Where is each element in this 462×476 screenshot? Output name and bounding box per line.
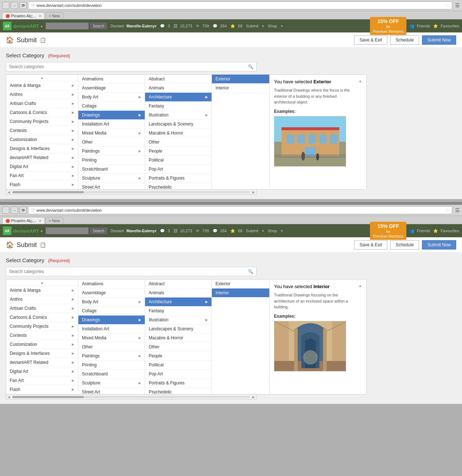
- sub-collage-2[interactable]: Collage: [78, 307, 145, 316]
- cat-cartoons-comics-2[interactable]: Cartoons & Comics▶: [6, 313, 78, 322]
- da-favourites-1[interactable]: ⭐ Favourites: [433, 24, 459, 28]
- da-shop-nav-1[interactable]: Shop: [268, 24, 277, 28]
- forward-button-2[interactable]: →: [11, 207, 18, 214]
- tab-2[interactable]: 🔴 Picaeiro Alç;... ✕: [2, 217, 45, 224]
- da-search-button-2[interactable]: Search: [90, 227, 108, 234]
- sub-mixed-media-2[interactable]: Mixed Media▶: [78, 334, 145, 343]
- submit-now-button-2[interactable]: Submit Now: [422, 240, 456, 250]
- cat-customization-2[interactable]: Customization▶: [6, 340, 78, 349]
- third-architecture-2[interactable]: Architecture▶: [145, 298, 212, 307]
- third-fantasy-2[interactable]: Fantasy: [145, 307, 212, 316]
- third-illustration-2[interactable]: Illustration▶: [145, 316, 212, 325]
- category-search-input-1[interactable]: [6, 62, 245, 71]
- da-stat-comments-1[interactable]: 💬 264: [213, 24, 227, 28]
- bookmark-icon-1[interactable]: ☆: [445, 3, 450, 8]
- save-exit-button-1[interactable]: Save & Exit: [354, 35, 387, 45]
- final-interior-1[interactable]: Interior: [212, 84, 269, 93]
- cat-artisan-crafts-1[interactable]: Artisan Crafts▶: [6, 99, 78, 108]
- third-abstract-1[interactable]: Abstract: [145, 75, 212, 84]
- sub-street-art-1[interactable]: Street Art: [78, 183, 145, 189]
- third-political-1[interactable]: Political: [145, 156, 212, 165]
- sub-printing-1[interactable]: Printing: [78, 156, 145, 165]
- cat-customization-1[interactable]: Customization▶: [6, 135, 78, 144]
- third-other-1[interactable]: Other: [145, 138, 212, 147]
- third-animals-1[interactable]: Animals: [145, 84, 212, 93]
- da-search-button-1[interactable]: Search: [90, 22, 108, 30]
- da-stat-watches-1[interactable]: 👁 739: [196, 24, 209, 28]
- third-psychedelic-2[interactable]: Psychedelic: [145, 388, 212, 394]
- col-sub-1[interactable]: Animations Assemblage Body Art▶ Collage …: [78, 75, 145, 189]
- refresh-button-1[interactable]: ⟳: [19, 2, 27, 9]
- da-friends-2[interactable]: 👥 Friends: [409, 229, 430, 233]
- sub-drawings-1[interactable]: Drawings▶: [78, 111, 145, 120]
- sub-animations-1[interactable]: Animations: [78, 75, 145, 84]
- third-macabre-horror-1[interactable]: Macabre & Horror: [145, 129, 212, 138]
- cat-anime-manga-2[interactable]: Anime & Manga▶: [6, 286, 78, 295]
- da-submit-nav-1[interactable]: Submit: [246, 24, 258, 28]
- cat-anthro-1[interactable]: Anthro▶: [6, 90, 78, 99]
- menu-icon-2[interactable]: ☰: [455, 207, 460, 213]
- sub-collage-1[interactable]: Collage: [78, 102, 145, 111]
- sub-body-art-1[interactable]: Body Art▶: [78, 93, 145, 102]
- third-pop-art-2[interactable]: Pop Art: [145, 370, 212, 379]
- da-stat-pageviews-1[interactable]: 🖼 10,273: [174, 24, 192, 28]
- cat-community-projects-2[interactable]: Community Projects▶: [6, 322, 78, 331]
- schedule-button-2[interactable]: Schedule: [390, 240, 419, 250]
- sub-other-2[interactable]: Other: [78, 343, 145, 352]
- da-stat-messages-2[interactable]: 💬 3: [160, 229, 170, 233]
- back-button-2[interactable]: ←: [2, 207, 9, 214]
- da-stat-pageviews-2[interactable]: 🖼 10,273: [174, 229, 192, 233]
- sub-mixed-media-1[interactable]: Mixed Media▶: [78, 129, 145, 138]
- cat-designs-interfaces-2[interactable]: Designs & Interfaces▶: [6, 349, 78, 358]
- cat-contests-2[interactable]: Contests▶: [6, 331, 78, 340]
- col-nav-scroll-up-2[interactable]: ▲: [6, 279, 78, 286]
- third-illustration-1[interactable]: Illustration▶: [145, 111, 212, 120]
- bookmark-icon-2[interactable]: ☆: [445, 207, 450, 213]
- submit-now-button-1[interactable]: Submit Now: [422, 35, 456, 45]
- sub-paintings-2[interactable]: Paintings▶: [78, 352, 145, 361]
- third-abstract-2[interactable]: Abstract: [145, 279, 212, 288]
- da-stat-messages-1[interactable]: 💬 3: [160, 24, 170, 28]
- col-final-2[interactable]: Exterior Interior: [212, 279, 270, 394]
- da-favourites-2[interactable]: ⭐ Favourites: [433, 229, 459, 233]
- col-nav-2[interactable]: ▲ Anime & Manga▶ Anthro▶ Artisan Crafts▶…: [6, 279, 78, 394]
- sub-drawings-2[interactable]: Drawings▶: [78, 316, 145, 325]
- cat-digital-art-2[interactable]: Digital Art▶: [6, 367, 78, 376]
- sub-installation-art-2[interactable]: Installation Art: [78, 325, 145, 334]
- address-bar-1[interactable]: 📄 www.deviantart.com/submit/deviation ☆: [28, 1, 452, 9]
- schedule-button-1[interactable]: Schedule: [390, 35, 419, 45]
- sub-body-art-2[interactable]: Body Art▶: [78, 298, 145, 307]
- cat-anthro-2[interactable]: Anthro▶: [6, 295, 78, 304]
- sub-scratchboard-1[interactable]: Scratchboard: [78, 165, 145, 174]
- cat-cartoons-comics-1[interactable]: Cartoons & Comics▶: [6, 108, 78, 117]
- desc-scroll-1[interactable]: ▲: [358, 79, 362, 83]
- tab-close-2[interactable]: ✕: [39, 219, 42, 223]
- sub-assemblage-2[interactable]: Assemblage: [78, 288, 145, 298]
- col-sub-2[interactable]: Animations Assemblage Body Art▶ Collage …: [78, 279, 145, 394]
- third-macabre-horror-2[interactable]: Macabre & Horror: [145, 334, 212, 343]
- third-portraits-figures-1[interactable]: Portraits & Figures: [145, 174, 212, 183]
- new-tab-button-2[interactable]: + New: [45, 217, 64, 224]
- col-third-1[interactable]: Abstract Animals Architecture▶ Fantasy I…: [145, 75, 212, 189]
- sub-animations-2[interactable]: Animations: [78, 279, 145, 288]
- third-other-2[interactable]: Other: [145, 343, 212, 352]
- third-fantasy-1[interactable]: Fantasy: [145, 102, 212, 111]
- forward-button-1[interactable]: →: [11, 2, 18, 9]
- cat-artisan-crafts-2[interactable]: Artisan Crafts▶: [6, 304, 78, 313]
- sub-paintings-1[interactable]: Paintings▶: [78, 147, 145, 156]
- third-psychedelic-1[interactable]: Psychedelic: [145, 183, 212, 189]
- desc-scroll-2[interactable]: ▲: [358, 284, 362, 288]
- back-button-1[interactable]: ←: [2, 2, 9, 9]
- da-stat-comments-2[interactable]: 💬 264: [213, 229, 227, 233]
- da-stat-favs-2[interactable]: ⭐ 68: [230, 229, 242, 233]
- third-portraits-figures-2[interactable]: Portraits & Figures: [145, 379, 212, 388]
- da-promo-2[interactable]: 15% OFF for Premium Members: [370, 222, 406, 240]
- da-stat-watches-2[interactable]: 👁 739: [196, 229, 209, 233]
- cat-community-projects-1[interactable]: Community Projects▶: [6, 117, 78, 126]
- sub-printing-2[interactable]: Printing: [78, 361, 145, 370]
- cat-deviantart-related-1[interactable]: deviantART Related▶: [6, 153, 78, 162]
- da-friends-1[interactable]: 👥 Friends: [409, 24, 430, 28]
- col-final-1[interactable]: Exterior Interior: [212, 75, 270, 189]
- cat-contests-1[interactable]: Contests▶: [6, 126, 78, 135]
- da-stat-favs-1[interactable]: ⭐ 68: [230, 24, 242, 28]
